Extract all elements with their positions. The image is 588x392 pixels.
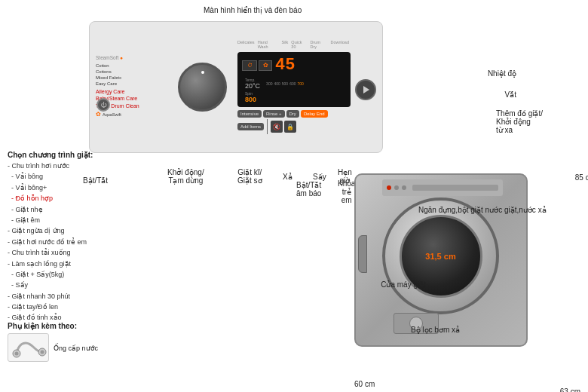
panel-display	[412, 185, 498, 191]
washer-body: 31,5 cm	[354, 173, 528, 347]
start-pause-button[interactable]	[355, 79, 376, 100]
power-button[interactable]: ⏻	[96, 98, 110, 112]
display-screen: ⏱ ✿ 45 Temp. 20°C 300 4	[237, 52, 351, 107]
display-annotation: Màn hình hiển thị và đèn báo	[204, 6, 302, 14]
svg-point-34	[40, 351, 44, 354]
dry-label: Sấy	[313, 173, 326, 181]
program-section: Chọn chương trình giặt: - Chu trình hơi …	[8, 151, 124, 323]
delay-end-button[interactable]: Delay End	[301, 110, 328, 118]
mute-button[interactable]: 🔇	[271, 121, 283, 133]
child-lock-button[interactable]: 🔒	[284, 121, 296, 133]
add-items-button[interactable]: Add Items	[237, 123, 264, 130]
pump-filter-label: Bộ lọc bơm xả	[411, 326, 460, 334]
svg-point-33	[14, 352, 18, 356]
control-panel: SteamSoft ● Cotton Cottons Mixed Fabric …	[89, 21, 383, 153]
tub-label: Ngăn đựng,bột giặt nước giặt,nước xả	[418, 205, 509, 216]
rinse-plus-button[interactable]: Rinse +	[263, 110, 285, 118]
spin-label-right: Vắt	[505, 90, 516, 99]
panel-indicator-red	[387, 185, 391, 190]
temp-label: Nhiệt độ	[488, 69, 516, 78]
program-dial[interactable]	[178, 63, 227, 112]
mute-label: Bật/Tắt âm báo	[296, 181, 321, 198]
panel-indicator-1	[394, 185, 399, 190]
door-label: Cửa máy giặt	[381, 280, 426, 289]
wash-type-label: Giặt kĩ/ Giặt sơ	[237, 168, 262, 185]
depth-dimension: 63 cm	[560, 387, 580, 392]
accessory-section: Phụ kiện kèm theo: Ống cấp nước	[8, 322, 106, 362]
play-icon	[363, 86, 369, 93]
intensive-button[interactable]: Intensive	[237, 110, 262, 118]
panel-right: Delicates Hand Wash Silk Quick 30 Drum D…	[237, 40, 351, 134]
panel-indicator-2	[402, 185, 406, 190]
door-handle[interactable]	[358, 235, 367, 273]
start-pause-label: Khởi động/ Tạm dừng	[167, 168, 204, 185]
hose-image	[8, 333, 49, 362]
height-dimension: 85 cm	[575, 173, 588, 182]
width-dimension: 60 cm	[354, 380, 375, 388]
main-container: Màn hình hiển thị và đèn báo SteamSoft ●…	[0, 0, 588, 392]
washer-top-panel	[382, 179, 503, 196]
rinse-label: Xả	[283, 173, 292, 181]
remote-start-label: Thêm đồ giặt/ Khởi động từ xa	[496, 109, 543, 134]
dry-button[interactable]: Dry	[286, 110, 299, 118]
washing-machine: 31,5 cm 85 cm 60 cm 63 cm	[339, 166, 558, 369]
